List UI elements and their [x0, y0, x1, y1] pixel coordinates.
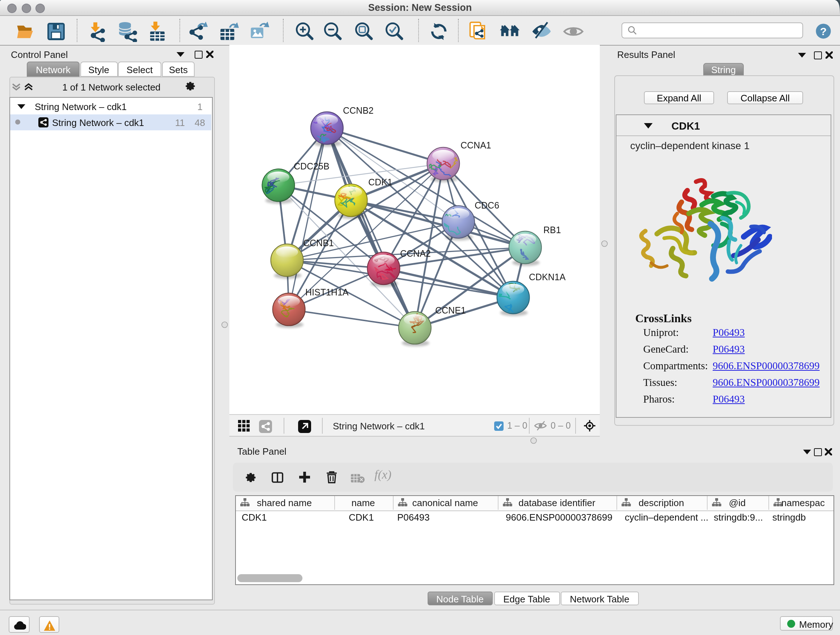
svg-text:CCNB1: CCNB1 — [303, 238, 334, 248]
svg-text:CCNB2: CCNB2 — [343, 105, 374, 116]
svg-text:CDK1: CDK1 — [368, 177, 393, 187]
svg-text:RB1: RB1 — [543, 225, 561, 235]
svg-text:CDKN1A: CDKN1A — [529, 272, 566, 282]
svg-text:CDC25B: CDC25B — [294, 161, 330, 171]
svg-text:CCNA2: CCNA2 — [400, 249, 431, 258]
svg-text:CCNE1: CCNE1 — [435, 305, 466, 315]
svg-text:?: ? — [820, 25, 827, 37]
svg-text:HIST1H1A: HIST1H1A — [305, 287, 349, 297]
svg-text:CCNA1: CCNA1 — [461, 140, 491, 150]
svg-text:CDC6: CDC6 — [475, 200, 499, 211]
